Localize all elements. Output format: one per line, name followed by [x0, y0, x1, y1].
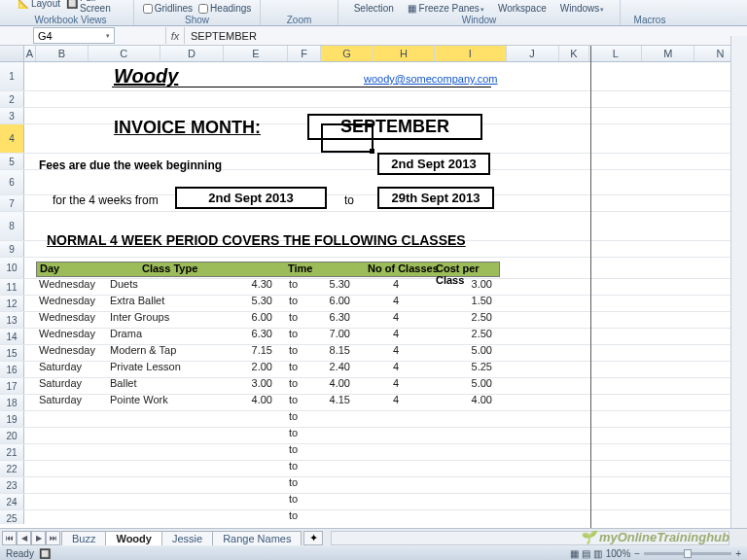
row-header-23[interactable]: 23: [0, 477, 24, 493]
zoom-in-button[interactable]: +: [735, 548, 741, 559]
watermark: 🌱 myOnlineTraininghub: [580, 530, 729, 544]
group-label-macros: Macros: [634, 15, 666, 25]
tab-nav-prev[interactable]: ◀: [17, 531, 31, 545]
group-label-window: Window: [462, 15, 497, 25]
row-header-19[interactable]: 19: [0, 411, 24, 427]
tab-nav-next[interactable]: ▶: [31, 531, 46, 545]
vertical-scrollbar[interactable]: [730, 36, 747, 528]
col-header-M[interactable]: M: [642, 46, 694, 61]
row-header-13[interactable]: 13: [0, 312, 24, 328]
row-header-22[interactable]: 22: [0, 461, 24, 476]
row-header-24[interactable]: 24: [0, 494, 24, 509]
fx-button[interactable]: fx: [165, 27, 185, 44]
sheet-tab-range-names[interactable]: Range Names: [212, 531, 302, 545]
workspace-button[interactable]: Workspace: [498, 3, 547, 14]
col-header-E[interactable]: E: [224, 46, 288, 61]
headings-checkbox[interactable]: Headings: [198, 3, 251, 14]
row-header-8[interactable]: 8: [0, 212, 24, 240]
gridlines-checkbox[interactable]: Gridlines: [143, 3, 193, 14]
layout-button[interactable]: 📐 Layout: [18, 0, 60, 9]
row-header-18[interactable]: 18: [0, 395, 24, 410]
ribbon: 📐 Layout 🔲 Full Screen Workbook Views Gr…: [0, 0, 747, 26]
col-header-C[interactable]: C: [89, 46, 160, 61]
col-header-J[interactable]: J: [507, 46, 559, 61]
group-label-show: Show: [185, 15, 209, 25]
col-header-I[interactable]: I: [435, 46, 507, 61]
row-header-12[interactable]: 12: [0, 296, 24, 311]
row-header-2[interactable]: 2: [0, 91, 24, 107]
row-header-9[interactable]: 9: [0, 241, 24, 257]
tab-nav-first[interactable]: ⏮: [2, 531, 17, 545]
new-sheet-button[interactable]: ✦: [303, 531, 323, 545]
row-header-16[interactable]: 16: [0, 362, 24, 377]
email-link[interactable]: woody@somecompany.com: [364, 73, 498, 85]
row-header-7[interactable]: 7: [0, 195, 24, 211]
row-header-21[interactable]: 21: [0, 444, 24, 460]
status-bar: Ready 🔲 ▦ ▤ ▥ 100% − +: [0, 546, 747, 560]
row-header-25[interactable]: 25: [0, 510, 24, 524]
row-header-11[interactable]: 11: [0, 279, 24, 295]
row-header-3[interactable]: 3: [0, 108, 24, 123]
group-label-zoom: Zoom: [287, 15, 312, 25]
row-header-6[interactable]: 6: [0, 170, 24, 194]
group-label-views: Workbook Views: [34, 15, 106, 25]
col-header-A[interactable]: A: [24, 46, 36, 61]
fullscreen-button[interactable]: 🔲 Full Screen: [66, 0, 124, 14]
row-header-5[interactable]: 5: [0, 154, 24, 169]
row-header-14[interactable]: 14: [0, 329, 24, 344]
freeze-panes-button[interactable]: ▦ Freeze Panes▾: [408, 3, 484, 14]
row-header-15[interactable]: 15: [0, 345, 24, 361]
row-header-10[interactable]: 10: [0, 258, 24, 278]
sheet-tab-woody[interactable]: Woody: [105, 531, 161, 545]
col-header-L[interactable]: L: [589, 46, 642, 61]
select-all-corner[interactable]: [0, 46, 24, 61]
name-box-dropdown-icon[interactable]: ▾: [106, 32, 110, 40]
col-header-G[interactable]: G: [321, 46, 374, 61]
sheet-tab-buzz[interactable]: Buzz: [61, 531, 106, 545]
row-header-17[interactable]: 17: [0, 378, 24, 394]
spreadsheet-grid[interactable]: ABCDEFGHIJKLMN 1234567891011121314151617…: [0, 46, 747, 528]
tab-nav-last[interactable]: ⏭: [46, 531, 60, 545]
zoom-slider[interactable]: [644, 552, 731, 555]
zoom-out-button[interactable]: −: [634, 548, 640, 559]
formula-bar: G4▾ fx SEPTEMBER: [0, 26, 747, 46]
status-text: Ready: [6, 548, 34, 559]
col-header-K[interactable]: K: [559, 46, 590, 61]
sheet-tab-jessie[interactable]: Jessie: [161, 531, 213, 545]
zoom-level: 100%: [606, 548, 631, 559]
row-header-20[interactable]: 20: [0, 428, 24, 443]
col-header-F[interactable]: F: [288, 46, 321, 61]
name-box[interactable]: G4▾: [33, 27, 115, 44]
formula-input[interactable]: SEPTEMBER: [185, 30, 747, 42]
col-header-B[interactable]: B: [36, 46, 89, 61]
selection-button[interactable]: Selection: [354, 3, 394, 14]
col-header-H[interactable]: H: [374, 46, 435, 61]
col-header-D[interactable]: D: [160, 46, 225, 61]
row-header-4[interactable]: 4: [0, 124, 24, 153]
windows-button[interactable]: Windows▾: [560, 3, 605, 14]
row-header-1[interactable]: 1: [0, 62, 24, 90]
